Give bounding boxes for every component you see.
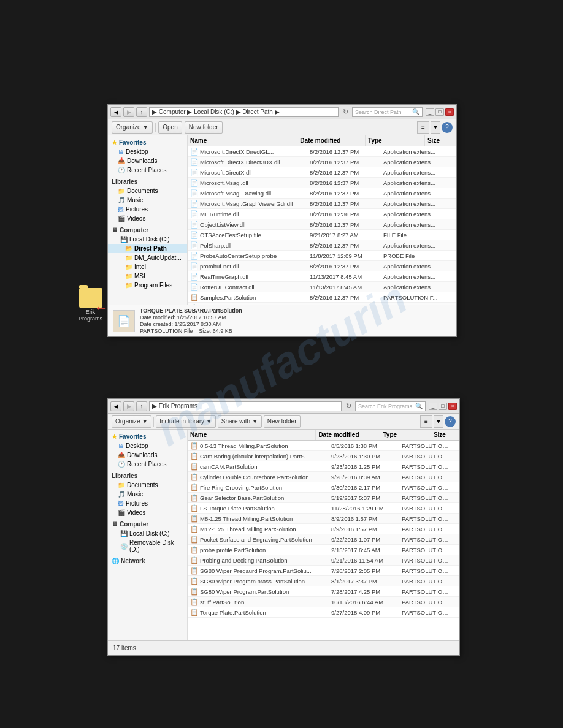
top-file-row[interactable]: 📄ObjectListView.dll8/2/2016 12:37 PMAppl… [188, 219, 456, 230]
bottom-file-row[interactable]: 📋Cylinder Double Counterbore.PartSolutio… [188, 472, 459, 482]
top-file-row[interactable]: 📄Microsoft.DirectX.DirectGL...8/2/2016 1… [188, 146, 456, 157]
col-header-name[interactable]: Name [188, 135, 297, 146]
b-col-header-date[interactable]: Date modified [316, 430, 380, 440]
nav-item-music[interactable]: 🎵 Music [108, 195, 187, 205]
top-file-row[interactable]: 📄Microsoft.Msagl.Drawing.dll8/2/2016 12:… [188, 188, 456, 199]
refresh-btn[interactable]: ↻ [340, 107, 350, 117]
back-btn-b[interactable]: ◀ [110, 401, 121, 411]
b-nav-documents[interactable]: 📁 Documents [108, 480, 187, 490]
bottom-file-row[interactable]: 📋Torque Plate.PartSolution9/27/2018 4:09… [188, 607, 459, 618]
b-nav-videos[interactable]: 🎬 Videos [108, 508, 187, 517]
b-favorites-header[interactable]: ★ Favorites [108, 432, 187, 441]
nav-item-documents[interactable]: 📁 Documents [108, 186, 187, 195]
help-btn-b[interactable]: ? [445, 416, 456, 427]
b-nav-pictures[interactable]: 🖼 Pictures [108, 499, 187, 508]
search-box[interactable]: Search Direct Path 🔍 [352, 107, 423, 117]
new-folder-btn-b[interactable]: New folder [264, 415, 301, 428]
top-file-row[interactable]: 📄Microsoft.Msagl.GraphViewerGdi.dll8/2/2… [188, 199, 456, 209]
top-file-row[interactable]: 📄Microsoft.DirectX.Direct3DX.dll8/2/2016… [188, 157, 456, 167]
bottom-file-row[interactable]: 📋Fire Ring Grooving.PartSolution9/30/201… [188, 482, 459, 493]
views-btn-b[interactable]: ▼ [434, 415, 443, 428]
address-path-b[interactable]: ▶ Erik Programs [149, 401, 342, 411]
bottom-file-row[interactable]: 📋camCAM.PartSolution9/23/2016 1:25 PMPAR… [188, 461, 459, 472]
bottom-file-row[interactable]: 📋SG80 Wiper Program.brass.PartSolution8/… [188, 576, 459, 586]
b-libraries-header[interactable]: Libraries [108, 471, 187, 480]
nav-item-local-disk[interactable]: 💾 Local Disk (C:) [108, 235, 187, 244]
favorites-header[interactable]: ★ Favorites [108, 138, 187, 147]
open-btn[interactable]: Open [158, 121, 182, 134]
bottom-file-row[interactable]: 📋Cam Boring (circular interpolation).Par… [188, 451, 459, 461]
bottom-file-row[interactable]: 📋probe profile.PartSolution2/15/2017 6:4… [188, 545, 459, 555]
top-file-row[interactable]: 📄ML.Runtime.dll8/2/2016 12:36 PMApplicat… [188, 209, 456, 219]
share-with-btn[interactable]: Share with ▼ [218, 415, 262, 428]
up-btn-b[interactable]: ↑ [136, 401, 147, 411]
b-col-header-size[interactable]: Size [431, 430, 459, 440]
nav-item-desktop[interactable]: 🖥 Desktop [108, 147, 187, 156]
top-file-row[interactable]: 📄PolSharp.dll8/2/2016 12:37 PMApplicatio… [188, 240, 456, 251]
maximize-btn[interactable]: □ [435, 108, 444, 116]
include-library-btn[interactable]: Include in library ▼ [156, 415, 216, 428]
b-nav-desktop[interactable]: 🖥 Desktop [108, 441, 187, 450]
b-nav-downloads[interactable]: 📥 Downloads [108, 450, 187, 460]
search-box-b[interactable]: Search Erik Programs 🔍 [355, 401, 426, 411]
bottom-file-row[interactable]: 📋stuff.PartSolution10/13/2016 6:44 AMPAR… [188, 597, 459, 607]
bottom-file-row[interactable]: 📋Pocket Surface and Engraving.PartSoluti… [188, 534, 459, 545]
nav-item-downloads[interactable]: 📥 Downloads [108, 156, 187, 165]
organize-btn[interactable]: Organize ▼ [112, 121, 153, 134]
top-file-row[interactable]: 📄RotterUI_Contract.dll11/13/2017 8:45 AM… [188, 282, 456, 292]
minimize-btn-b[interactable]: _ [429, 403, 437, 410]
nav-item-intel[interactable]: 📁 Intel [108, 262, 187, 271]
top-file-row[interactable]: 📄Microsoft.Msagl.dll8/2/2016 12:37 PMApp… [188, 178, 456, 188]
nav-item-direct-path[interactable]: 📂 Direct Path [108, 244, 187, 253]
b-col-header-type[interactable]: Type [380, 430, 431, 440]
b-computer-header[interactable]: 🖥 Computer [108, 520, 187, 529]
col-header-date[interactable]: Date modified [297, 135, 366, 146]
b-nav-music[interactable]: 🎵 Music [108, 490, 187, 499]
b-nav-recent[interactable]: 🕐 Recent Places [108, 460, 187, 469]
view-toggle-btn[interactable]: ≡ [417, 121, 429, 134]
b-nav-network[interactable]: 🌐 Network [108, 556, 187, 566]
bottom-file-row[interactable]: 📋M8-1.25 Thread Milling.PartSolution8/9/… [188, 514, 459, 524]
minimize-btn[interactable]: _ [426, 108, 434, 116]
forward-btn-b[interactable]: ▶ [123, 401, 134, 411]
b-col-header-name[interactable]: Name [188, 430, 316, 440]
computer-header[interactable]: 🖥 Computer [108, 226, 187, 235]
bottom-file-row[interactable]: 📋Probing and Decking.PartSolution9/21/20… [188, 555, 459, 566]
top-file-row[interactable]: 📄protobuf-net.dll8/2/2016 12:37 PMApplic… [188, 261, 456, 271]
libraries-header[interactable]: Libraries [108, 177, 187, 186]
bottom-file-row[interactable]: 📋0.5-13 Thread Milling.PartSolution8/5/2… [188, 441, 459, 451]
address-path[interactable]: ▶ Computer ▶ Local Disk (C:) ▶ Direct Pa… [149, 107, 339, 117]
help-btn[interactable]: ? [442, 122, 453, 133]
views-btn[interactable]: ▼ [431, 121, 440, 134]
nav-item-msi[interactable]: 📁 MSI [108, 271, 187, 281]
view-toggle-btn-b[interactable]: ≡ [420, 415, 432, 428]
new-folder-btn[interactable]: New folder [185, 121, 223, 134]
back-btn[interactable]: ◀ [110, 107, 121, 117]
top-file-row[interactable]: 📋Samples.PartSolution8/2/2016 12:37 PMPA… [188, 292, 456, 303]
maximize-btn-b[interactable]: □ [439, 403, 447, 410]
bottom-file-row[interactable]: 📋SG80 Wiper Pregaurd Program.PartSoliu..… [188, 566, 459, 576]
top-file-row[interactable]: 📄ProbeAutoCenterSetup.probe11/8/2017 12:… [188, 251, 456, 261]
col-header-size[interactable]: Size [425, 135, 456, 146]
top-file-row[interactable]: 📄Microsoft.DirectX.dll8/2/2016 12:37 PMA… [188, 167, 456, 178]
bottom-file-row[interactable]: 📋Gear Selector Base.PartSolution5/19/201… [188, 493, 459, 503]
bottom-file-row[interactable]: 📋LS Torque Plate.PartSolution11/28/2016 … [188, 503, 459, 514]
nav-item-pictures[interactable]: 🖼 Pictures [108, 205, 187, 214]
bottom-file-row[interactable]: 📋SG80 Wiper Program.PartSolution7/28/201… [188, 586, 459, 597]
close-btn[interactable]: × [445, 108, 454, 116]
nav-item-recent[interactable]: 🕐 Recent Places [108, 165, 187, 175]
bottom-file-row[interactable]: 📋M12-1.25 Thread Milling.PartSolution8/9… [188, 524, 459, 534]
organize-btn-b[interactable]: Organize ▼ [112, 415, 151, 428]
top-file-row[interactable]: 📄RealTimeGraph.dll11/13/2017 8:45 AMAppl… [188, 271, 456, 282]
b-nav-removable[interactable]: 💿 Removable Disk (D:) [108, 538, 187, 554]
col-header-type[interactable]: Type [366, 135, 425, 146]
up-btn[interactable]: ↑ [136, 107, 147, 117]
nav-item-program-files[interactable]: 📁 Program Files [108, 281, 187, 290]
forward-btn[interactable]: ▶ [123, 107, 134, 117]
refresh-btn-b[interactable]: ↻ [343, 401, 353, 411]
nav-item-dm-auto[interactable]: 📁 DM_AutoUpdat... [108, 253, 187, 262]
close-btn-b[interactable]: × [448, 403, 457, 410]
top-file-row[interactable]: 📄OTSAccelTestSetup.file9/21/2017 8:27 AM… [188, 230, 456, 240]
b-nav-local-disk[interactable]: 💾 Local Disk (C:) [108, 529, 187, 538]
nav-item-videos[interactable]: 🎬 Videos [108, 214, 187, 223]
